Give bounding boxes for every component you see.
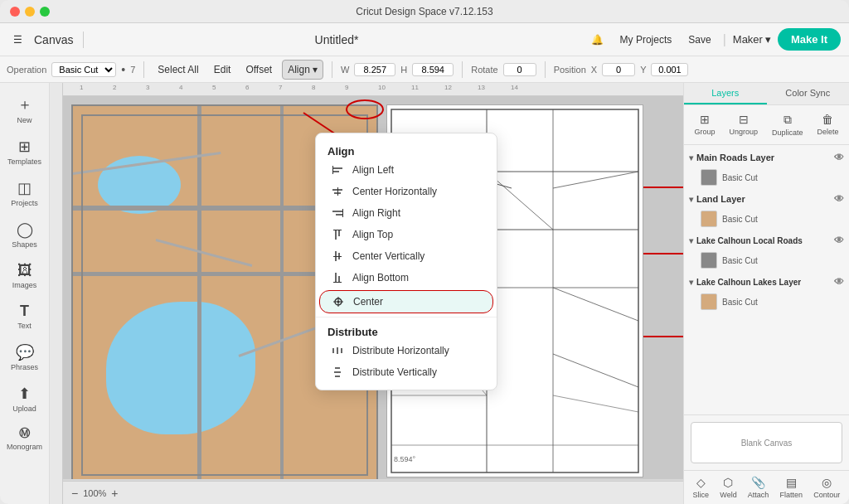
distribute-horizontally-item[interactable]: Distribute Horizontally	[319, 340, 493, 361]
svg-rect-36	[342, 209, 343, 217]
templates-label: Templates	[7, 158, 41, 166]
images-icon: 🖼	[17, 262, 32, 279]
secondary-toolbar: Operation Basic Cut • 7 Select All Edit …	[0, 56, 849, 83]
center-horizontally-label: Center Horizontally	[352, 186, 437, 197]
make-it-button[interactable]: Make It	[778, 28, 841, 51]
land-operation: Basic Cut	[722, 215, 758, 224]
sidebar-item-phrases[interactable]: 💬 Phrases	[3, 338, 46, 376]
align-label: Align	[288, 64, 310, 75]
right-panel: Layers Color Sync ⊞ Group ⊟ Ungroup ⧉ Du…	[683, 83, 849, 504]
svg-rect-39	[333, 230, 342, 230]
align-dropdown: Align Align Left Center Horizontally Ali…	[315, 133, 497, 390]
svg-line-10	[553, 288, 638, 321]
sidebar-item-monogram[interactable]: Ⓜ Monogram	[3, 421, 46, 456]
align-section-title: Align	[316, 140, 497, 159]
align-right-item[interactable]: Align Right	[319, 202, 493, 224]
y-input[interactable]	[651, 63, 688, 76]
attach-button[interactable]: 📎 Attach	[748, 476, 769, 499]
svg-rect-28	[332, 167, 342, 169]
duplicate-button[interactable]: ⧉ Duplicate	[769, 110, 806, 139]
position-label: Position	[554, 65, 586, 75]
slice-button[interactable]: ◇ Slice	[693, 476, 710, 499]
operation-label: Operation	[7, 65, 46, 75]
close-button[interactable]	[10, 7, 20, 17]
slice-label: Slice	[693, 491, 710, 499]
land-visibility-icon[interactable]: 👁	[834, 193, 844, 205]
app-title: Cricut Design Space v7.12.153	[356, 6, 492, 17]
tab-layers[interactable]: Layers	[684, 83, 767, 104]
maximize-button[interactable]	[40, 7, 50, 17]
sidebar-item-upload[interactable]: ⬆ Upload	[3, 380, 46, 418]
sidebar-item-projects[interactable]: ◫ Projects	[3, 174, 46, 212]
width-input[interactable]	[354, 63, 395, 76]
tab-color-sync[interactable]: Color Sync	[767, 83, 850, 104]
weld-label: Weld	[720, 491, 736, 499]
align-left-item[interactable]: Align Left	[319, 159, 493, 181]
offset-button[interactable]: Offset	[240, 61, 277, 79]
distribute-vertically-item[interactable]: Distribute Vertically	[319, 361, 493, 383]
rotate-input[interactable]	[503, 63, 536, 76]
layer-header-main-roads[interactable]: ▾ Main Roads Layer 👁	[684, 148, 849, 167]
local-roads-visibility-icon[interactable]: 👁	[834, 235, 844, 246]
weld-button[interactable]: ⬡ Weld	[720, 476, 736, 499]
main-roads-visibility-icon[interactable]: 👁	[834, 152, 844, 163]
layer-header-lakes[interactable]: ▾ Lake Calhoun Lakes Layer 👁	[684, 273, 849, 291]
sidebar-item-text[interactable]: T Text	[3, 298, 46, 335]
sidebar-item-templates[interactable]: ⊞ Templates	[3, 133, 46, 171]
blank-canvas-area: Blank Canvas	[684, 414, 849, 470]
layer-header-local-roads[interactable]: ▾ Lake Calhoun Local Roads 👁	[684, 231, 849, 250]
canvas-area[interactable]: 1 2 3 4 5 6 7 8 9 10 11 12 13 14	[50, 83, 683, 504]
select-all-button[interactable]: Select All	[153, 61, 203, 79]
edit-label: Edit	[214, 64, 231, 75]
zoom-minus-icon[interactable]: −	[71, 487, 78, 500]
new-icon: ＋	[17, 94, 32, 114]
svg-rect-38	[338, 230, 340, 236]
duplicate-icon: ⧉	[784, 113, 792, 127]
bottom-actions: ◇ Slice ⬡ Weld 📎 Attach ▤ Flatten ◎ Cont…	[684, 470, 849, 504]
minimize-button[interactable]	[25, 7, 35, 17]
lakes-visibility-icon[interactable]: 👁	[834, 276, 844, 288]
align-button[interactable]: Align ▾	[282, 60, 323, 80]
delete-button[interactable]: 🗑 Delete	[814, 110, 841, 139]
align-top-item[interactable]: Align Top	[319, 224, 493, 245]
align-bottom-item[interactable]: Align Bottom	[319, 267, 493, 288]
delete-label: Delete	[817, 128, 838, 136]
w-label: W	[341, 65, 349, 75]
flatten-button[interactable]: ▤ Flatten	[780, 476, 803, 499]
center-horizontally-item[interactable]: Center Horizontally	[319, 181, 493, 202]
notification-button[interactable]: 🔔	[586, 31, 609, 49]
svg-rect-42	[333, 256, 342, 257]
align-left-icon	[331, 163, 344, 177]
contour-icon: ◎	[822, 476, 832, 489]
operation-select[interactable]: Basic Cut	[51, 62, 116, 77]
svg-rect-33	[337, 187, 338, 196]
main-roads-chevron-icon: ▾	[689, 153, 693, 162]
align-chevron-icon: ▾	[313, 64, 318, 75]
x-input[interactable]	[602, 63, 635, 76]
zoom-plus-icon[interactable]: +	[111, 487, 118, 500]
ungroup-button[interactable]: ⊟ Ungroup	[726, 110, 760, 139]
blank-canvas-button[interactable]: Blank Canvas	[691, 422, 842, 463]
sidebar-item-images[interactable]: 🖼 Images	[3, 257, 46, 294]
layer-header-land[interactable]: ▾ Land Layer 👁	[684, 190, 849, 208]
maker-button[interactable]: Maker ▾	[733, 33, 771, 46]
edit-button[interactable]: Edit	[209, 61, 236, 79]
make-it-label: Make It	[791, 33, 827, 46]
sidebar-item-shapes[interactable]: ◯ Shapes	[3, 216, 46, 254]
my-projects-button[interactable]: My Projects	[615, 31, 677, 49]
menu-button[interactable]: ☰	[8, 31, 27, 49]
svg-rect-45	[333, 282, 342, 283]
sidebar-item-new[interactable]: ＋ New	[3, 90, 46, 129]
center-vertically-item[interactable]: Center Vertically	[319, 245, 493, 267]
shapes-label: Shapes	[12, 240, 37, 249]
contour-label: Contour	[813, 491, 840, 499]
center-item[interactable]: Center	[319, 290, 493, 313]
center-vertically-label: Center Vertically	[352, 250, 424, 262]
layer-group-main-roads: ▾ Main Roads Layer 👁 Basic Cut	[684, 148, 849, 188]
group-button[interactable]: ⊞ Group	[691, 110, 717, 139]
slice-icon: ◇	[696, 476, 706, 489]
height-input[interactable]	[412, 63, 454, 76]
contour-button[interactable]: ◎ Contour	[813, 476, 840, 499]
save-button[interactable]: Save	[683, 31, 716, 49]
upload-icon: ⬆	[18, 385, 31, 403]
